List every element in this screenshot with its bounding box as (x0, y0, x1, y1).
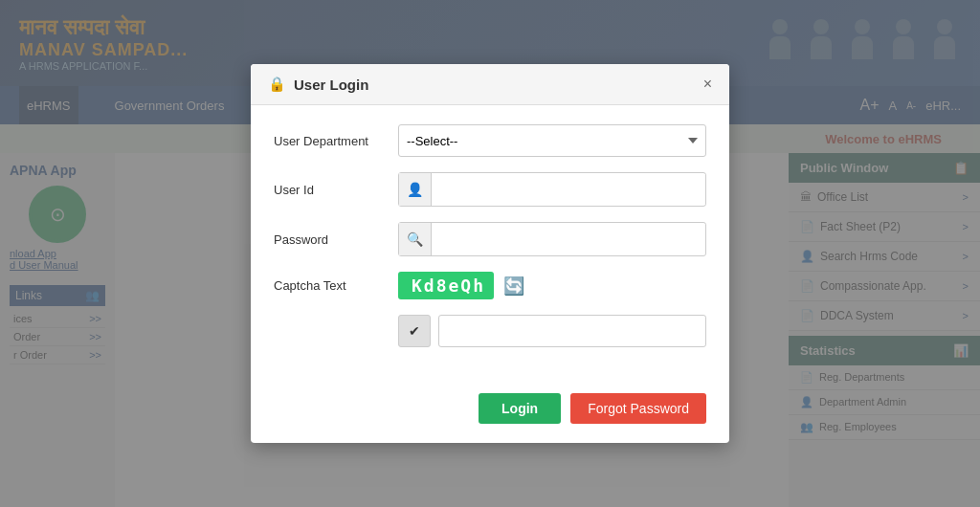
user-department-row: User Department --Select-- (274, 124, 706, 157)
captcha-row: Captcha Text Kd8eQh 🔄 (274, 272, 706, 299)
modal-overlay: 🔒 User Login × User Department --Select-… (0, 0, 980, 507)
lock-icon: 🔒 (268, 76, 286, 93)
captcha-area: Kd8eQh 🔄 (398, 272, 706, 299)
user-id-input-wrapper: 👤 (398, 172, 706, 207)
password-input-wrapper: 🔍 (398, 222, 706, 256)
user-id-label: User Id (274, 183, 398, 197)
password-row: Password 🔍 (274, 222, 706, 256)
user-id-input[interactable] (432, 174, 705, 205)
password-label: Password (274, 232, 398, 247)
forgot-password-button[interactable]: Forgot Password (570, 393, 706, 424)
password-icon: 🔍 (399, 223, 432, 255)
user-id-row: User Id 👤 (274, 172, 706, 207)
user-department-select[interactable]: --Select-- (398, 124, 706, 157)
user-icon: 👤 (399, 173, 432, 206)
captcha-input-row: ✔ (274, 315, 706, 347)
modal-close-button[interactable]: × (703, 76, 712, 93)
captcha-label: Captcha Text (274, 278, 398, 293)
captcha-refresh-icon[interactable]: 🔄 (503, 276, 524, 297)
login-button[interactable]: Login (479, 393, 561, 424)
modal-title: 🔒 User Login (268, 76, 368, 93)
user-department-label: User Department (274, 134, 398, 148)
modal-header: 🔒 User Login × (251, 64, 729, 105)
captcha-display: Kd8eQh (398, 272, 494, 299)
password-input[interactable] (432, 224, 705, 254)
captcha-input-area: ✔ (398, 315, 706, 347)
captcha-input[interactable] (438, 315, 706, 347)
login-modal: 🔒 User Login × User Department --Select-… (251, 64, 729, 443)
modal-footer: Login Forgot Password (251, 382, 729, 443)
modal-title-text: User Login (294, 77, 368, 93)
captcha-check-icon: ✔ (398, 315, 431, 347)
modal-body: User Department --Select-- User Id 👤 Pas… (251, 105, 729, 382)
